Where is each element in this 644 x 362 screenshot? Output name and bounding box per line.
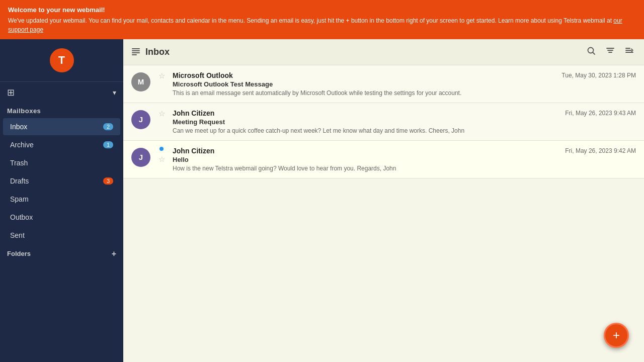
folders-header[interactable]: Folders +: [0, 244, 123, 261]
sidebar-item-label-archive: Archive: [10, 141, 34, 149]
email-body: John Citizen Fri, May 26, 2023 9:43 AM M…: [173, 109, 636, 134]
compose-fab-button[interactable]: +: [604, 323, 629, 348]
sidebar-item-archive[interactable]: Archive 1: [3, 136, 120, 153]
content-area: Inbox: [123, 39, 644, 363]
apps-grid-icon[interactable]: ⊞: [7, 87, 15, 98]
email-top-row: Microsoft Outlook Tue, May 30, 2023 1:28…: [173, 71, 636, 79]
sidebar-item-spam[interactable]: Spam: [3, 191, 120, 208]
sidebar-item-sent[interactable]: Sent: [3, 227, 120, 244]
email-top-row: John Citizen Fri, May 26, 2023 9:43 AM: [173, 109, 636, 117]
email-subject: Microsoft Outlook Test Message: [173, 80, 636, 88]
unread-dot: [159, 147, 164, 151]
email-item[interactable]: J ☆ John Citizen Fri, May 26, 2023 9:42 …: [123, 141, 644, 178]
svg-rect-3: [132, 54, 137, 55]
inbox-badge: 2: [103, 123, 113, 130]
add-folder-icon[interactable]: +: [112, 249, 116, 258]
avatar: J: [131, 110, 150, 129]
email-date: Fri, May 26, 2023 9:42 AM: [565, 147, 636, 154]
content-header-left: Inbox: [131, 47, 170, 57]
sidebar-item-trash[interactable]: Trash: [3, 154, 120, 171]
email-star-actions: ☆: [156, 109, 167, 118]
sidebar-item-outbox[interactable]: Outbox: [3, 209, 120, 226]
search-button[interactable]: [585, 44, 598, 60]
email-list: M ☆ Microsoft Outlook Tue, May 30, 2023 …: [123, 65, 644, 363]
email-item[interactable]: J ☆ John Citizen Fri, May 26, 2023 9:43 …: [123, 103, 644, 141]
folders-label: Folders: [7, 250, 31, 257]
email-sender: John Citizen: [173, 147, 214, 155]
sidebar-item-label-trash: Trash: [10, 159, 28, 167]
sidebar-item-label-spam: Spam: [10, 195, 29, 203]
sidebar-item-inbox[interactable]: Inbox 2: [3, 118, 120, 135]
mailboxes-label: Mailboxes: [0, 103, 123, 118]
sidebar-logo: T: [0, 39, 123, 82]
inbox-list-icon: [131, 47, 140, 56]
sidebar-item-label-drafts: Drafts: [10, 177, 29, 185]
email-preview: Can we meet up for a quick coffee catch-…: [173, 127, 575, 134]
email-preview: How is the new Telstra webmail going? Wo…: [173, 165, 575, 172]
main-layout: T ⊞ ▾ Mailboxes Inbox 2 Archive 1 Trash …: [0, 39, 644, 363]
email-date: Tue, May 30, 2023 1:28 PM: [561, 72, 636, 79]
sidebar-top-bar: ⊞ ▾: [0, 82, 123, 103]
filter-button[interactable]: [604, 44, 617, 60]
email-sender: John Citizen: [173, 109, 214, 117]
sidebar: T ⊞ ▾ Mailboxes Inbox 2 Archive 1 Trash …: [0, 39, 123, 363]
svg-rect-2: [132, 52, 140, 53]
svg-line-5: [593, 52, 595, 54]
content-header-actions: [585, 44, 636, 60]
email-subject: Hello: [173, 156, 636, 163]
svg-rect-1: [132, 50, 140, 51]
compose-fab-icon: +: [613, 328, 620, 342]
avatar: M: [131, 72, 150, 92]
banner-body: We've updated your webmail. You can find…: [8, 16, 636, 34]
email-body: John Citizen Fri, May 26, 2023 9:42 AM H…: [173, 147, 636, 172]
email-top-row: John Citizen Fri, May 26, 2023 9:42 AM: [173, 147, 636, 155]
avatar: J: [131, 148, 150, 167]
content-header: Inbox: [123, 39, 644, 65]
sidebar-dropdown-icon[interactable]: ▾: [113, 88, 116, 97]
email-star-actions: ☆: [156, 147, 167, 164]
sidebar-item-label-inbox: Inbox: [10, 123, 27, 131]
archive-badge: 1: [103, 141, 113, 148]
email-sender: Microsoft Outlook: [173, 71, 233, 79]
email-item[interactable]: M ☆ Microsoft Outlook Tue, May 30, 2023 …: [123, 65, 644, 103]
sidebar-item-label-outbox: Outbox: [10, 213, 33, 221]
star-button[interactable]: ☆: [158, 155, 165, 164]
drafts-badge: 3: [103, 177, 113, 185]
sort-button[interactable]: [623, 44, 636, 60]
email-preview: This is an email message sent automatica…: [173, 89, 575, 97]
welcome-banner: Welcome to your new webmail! We've updat…: [0, 0, 644, 39]
email-body: Microsoft Outlook Tue, May 30, 2023 1:28…: [173, 71, 636, 97]
inbox-title: Inbox: [145, 47, 170, 57]
banner-title: Welcome to your new webmail!: [8, 5, 636, 15]
sidebar-item-drafts[interactable]: Drafts 3: [3, 172, 120, 190]
email-date: Fri, May 26, 2023 9:43 AM: [565, 110, 636, 117]
email-subject: Meeting Request: [173, 118, 636, 126]
svg-rect-0: [132, 48, 140, 49]
email-star-actions: ☆: [156, 71, 167, 80]
sidebar-item-label-sent: Sent: [10, 231, 25, 239]
star-button[interactable]: ☆: [158, 71, 165, 80]
star-button[interactable]: ☆: [158, 109, 165, 118]
telstra-logo: T: [50, 48, 74, 72]
